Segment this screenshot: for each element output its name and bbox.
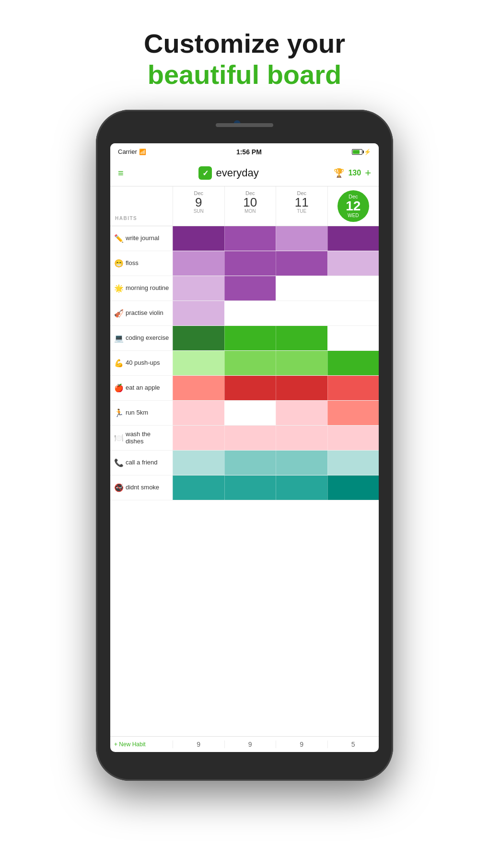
habit-cell[interactable] [173, 226, 224, 251]
habit-cell[interactable] [327, 401, 379, 425]
habit-cell[interactable] [173, 475, 224, 500]
habit-row[interactable]: 📞call a friend [110, 451, 379, 475]
habit-cell[interactable] [173, 426, 224, 450]
habit-cell[interactable] [224, 276, 276, 301]
habit-cell[interactable] [276, 426, 327, 450]
habit-cell[interactable] [224, 475, 276, 500]
habit-row[interactable]: 🍎eat an apple [110, 376, 379, 401]
habit-cell[interactable] [276, 451, 327, 475]
habit-name: coding exercise [126, 334, 169, 342]
habit-cell[interactable] [173, 376, 224, 400]
habit-cell[interactable] [327, 475, 379, 500]
habits-label: HABITS [115, 216, 137, 221]
page-header: Customize your beautiful board [144, 29, 345, 91]
habit-cell[interactable] [327, 301, 379, 325]
app-header: ≡ everyday 🏆 130 + [110, 161, 379, 186]
habit-cell[interactable] [276, 226, 327, 251]
habit-cell[interactable] [276, 276, 327, 301]
habit-row[interactable]: 🎻practise violin [110, 301, 379, 326]
habit-cell[interactable] [173, 301, 224, 325]
habit-cell[interactable] [224, 376, 276, 400]
habit-row[interactable]: 🍽️wash the dishes [110, 426, 379, 451]
habit-cell[interactable] [173, 401, 224, 425]
habit-emoji: 🎻 [114, 309, 124, 318]
habit-label: 🍎eat an apple [110, 376, 173, 400]
menu-icon[interactable]: ≡ [118, 168, 124, 179]
habit-name: write journal [126, 234, 159, 242]
habit-label: 🎻practise violin [110, 301, 173, 325]
habit-cell[interactable] [173, 276, 224, 301]
habit-cell[interactable] [224, 226, 276, 251]
habit-emoji: 😁 [114, 259, 124, 268]
habit-cell[interactable] [276, 351, 327, 375]
habit-cell[interactable] [327, 451, 379, 475]
habit-emoji: ✏️ [114, 234, 124, 243]
habit-label: 😁floss [110, 251, 173, 276]
habit-row[interactable]: 💻coding exercise [110, 326, 379, 351]
habit-cell[interactable] [224, 401, 276, 425]
col-header-sun: Dec 9 SUN [173, 186, 224, 226]
habit-cell[interactable] [276, 301, 327, 325]
app-logo: everyday [198, 166, 258, 180]
habit-cell[interactable] [327, 376, 379, 400]
phone-screen: Carrier 📶 1:56 PM ⚡ ≡ everyday 🏆 130 + [110, 143, 379, 752]
habit-cell[interactable] [276, 376, 327, 400]
habit-cell[interactable] [224, 426, 276, 450]
habits-body: ✏️write journal😁floss🌟morning routine🎻pr… [110, 226, 379, 736]
habit-emoji: 💻 [114, 334, 124, 343]
habit-cell[interactable] [173, 351, 224, 375]
phone-top [96, 110, 393, 143]
habit-cell[interactable] [327, 251, 379, 276]
habit-cell[interactable] [327, 351, 379, 375]
footer-row: + New Habit 9 9 9 5 [110, 736, 379, 752]
habit-label: 🌟morning routine [110, 276, 173, 301]
habit-cell[interactable] [276, 475, 327, 500]
habit-row[interactable]: 😁floss [110, 251, 379, 276]
habit-name: run 5km [126, 409, 148, 417]
active-day-circle: Dec 12 WED [338, 190, 369, 222]
habit-row[interactable]: 🏃run 5km [110, 401, 379, 426]
habit-cell[interactable] [173, 326, 224, 350]
habit-row[interactable]: 🚭didnt smoke [110, 475, 379, 500]
col-header-mon: Dec 10 MON [224, 186, 276, 226]
habit-label: 🚭didnt smoke [110, 475, 173, 500]
habit-cell[interactable] [276, 251, 327, 276]
battery-indicator: ⚡ [352, 149, 371, 155]
habit-label: 💪40 push-ups [110, 351, 173, 375]
habit-cell[interactable] [173, 451, 224, 475]
count-sun: 9 [173, 741, 224, 748]
phone-frame: Carrier 📶 1:56 PM ⚡ ≡ everyday 🏆 130 + [96, 110, 393, 781]
app-content: HABITS Dec 9 SUN Dec 10 MON Dec 11 [110, 186, 379, 752]
col-header-tue: Dec 11 TUE [276, 186, 327, 226]
habit-label: 🏃run 5km [110, 401, 173, 425]
habit-row[interactable]: 🌟morning routine [110, 276, 379, 301]
habit-cell[interactable] [327, 326, 379, 350]
headline-line1: Customize your [144, 29, 345, 58]
habit-row[interactable]: 💪40 push-ups [110, 351, 379, 376]
habit-emoji: 🚭 [114, 483, 124, 492]
trophy-icon: 🏆 [334, 168, 344, 178]
habit-cell[interactable] [224, 351, 276, 375]
count-tue: 9 [276, 741, 327, 748]
habit-row[interactable]: ✏️write journal [110, 226, 379, 251]
app-header-right: 🏆 130 + [334, 167, 371, 179]
add-habit-button[interactable]: + [365, 167, 371, 179]
habit-name: morning routine [126, 284, 169, 292]
phone-speaker [216, 123, 273, 127]
habit-cell[interactable] [327, 276, 379, 301]
habit-cell[interactable] [224, 301, 276, 325]
habit-cell[interactable] [327, 426, 379, 450]
habit-cell[interactable] [224, 326, 276, 350]
habit-cell[interactable] [276, 326, 327, 350]
app-name: everyday [216, 167, 258, 179]
habit-cell[interactable] [327, 226, 379, 251]
calendar-area: HABITS Dec 9 SUN Dec 10 MON Dec 11 [110, 186, 379, 752]
app-logo-icon [198, 166, 212, 180]
habit-label: ✏️write journal [110, 226, 173, 251]
habit-cell[interactable] [173, 251, 224, 276]
col-header-wed: Dec 12 WED [327, 186, 379, 226]
habit-cell[interactable] [224, 251, 276, 276]
habit-cell[interactable] [224, 451, 276, 475]
new-habit-button[interactable]: + New Habit [110, 741, 173, 748]
habit-cell[interactable] [276, 401, 327, 425]
